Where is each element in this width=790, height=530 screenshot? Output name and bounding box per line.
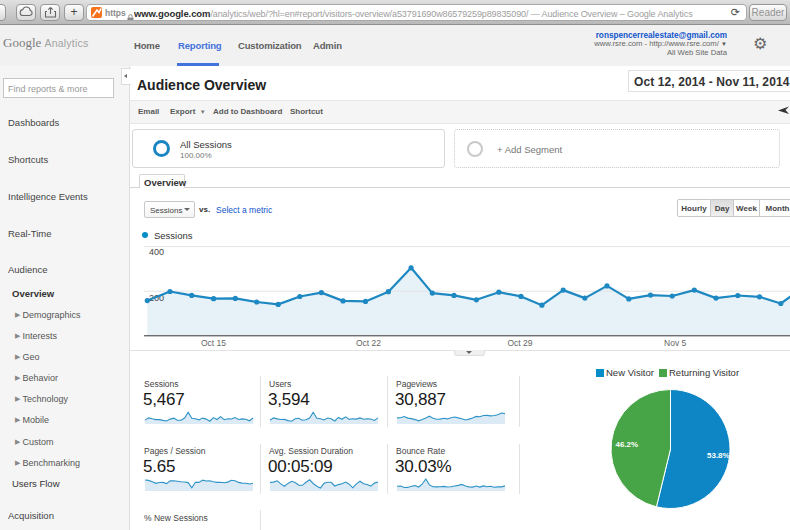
svg-text:Nov 5: Nov 5 [664, 338, 686, 348]
svg-text:400: 400 [149, 247, 164, 257]
svg-text:46.2%: 46.2% [616, 440, 639, 449]
svg-text:Oct 22: Oct 22 [356, 338, 381, 348]
svg-text:Oct 15: Oct 15 [201, 338, 226, 348]
svg-text:53.8%: 53.8% [707, 451, 730, 460]
svg-text:Oct 29: Oct 29 [507, 338, 532, 348]
